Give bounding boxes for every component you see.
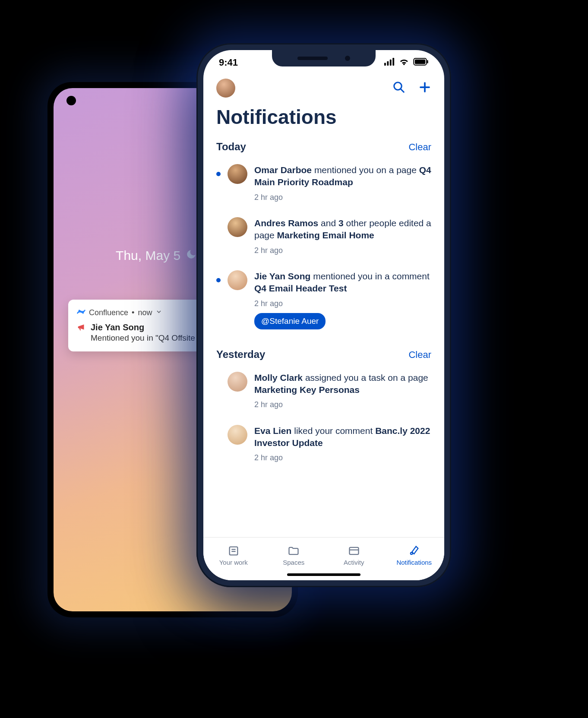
svg-rect-3 xyxy=(392,58,394,66)
plus-icon[interactable] xyxy=(418,81,431,95)
svg-rect-1 xyxy=(387,61,389,66)
tab-activity[interactable]: Activity xyxy=(324,538,384,573)
notification-time: 2 hr ago xyxy=(254,452,431,463)
notification-text: Jie Yan Song mentioned you in a comment … xyxy=(254,270,431,329)
count: 3 xyxy=(338,218,344,228)
megaphone-icon xyxy=(77,323,86,334)
notification-time: 2 hr ago xyxy=(254,399,431,410)
clear-button[interactable]: Clear xyxy=(408,142,431,153)
actor-name: Omar Darboe xyxy=(254,165,312,175)
section-label: Yesterday xyxy=(216,348,265,361)
mention-pill[interactable]: @Stefanie Auer xyxy=(254,313,326,329)
tab-your-work[interactable]: Your work xyxy=(203,538,264,573)
svg-rect-2 xyxy=(389,60,391,66)
target-name: Q4 Email Header Test xyxy=(254,283,347,293)
avatar xyxy=(228,164,247,184)
notification-item[interactable]: Jie Yan Song mentioned you in a comment … xyxy=(216,266,431,340)
home-indicator[interactable] xyxy=(287,573,360,576)
notification-item[interactable]: Andres Ramos and 3 other people edited a… xyxy=(216,213,431,266)
tab-spaces[interactable]: Spaces xyxy=(264,538,324,573)
notification-time: 2 hr ago xyxy=(254,298,431,309)
notif-mid: liked your comment xyxy=(291,426,375,436)
android-date: Thu, May 5 xyxy=(116,248,180,263)
notification-text: Eva Lien liked your comment Banc.ly 2022… xyxy=(254,425,431,463)
avatar xyxy=(228,270,247,290)
notification-item[interactable]: Molly Clark assigned you a task on a pag… xyxy=(216,367,431,421)
android-notif-when: now xyxy=(138,308,152,317)
app-header xyxy=(203,79,444,98)
cellular-icon xyxy=(384,57,395,68)
moon-icon xyxy=(186,248,197,263)
target-name: Marketing Key Personas xyxy=(254,385,360,395)
iphone-notch xyxy=(272,50,376,66)
search-icon[interactable] xyxy=(392,81,405,95)
notif-mid: assigned you a task on a page xyxy=(303,373,428,383)
target-name: Marketing Email Home xyxy=(277,230,374,240)
unread-dot xyxy=(216,172,221,176)
notification-time: 2 hr ago xyxy=(254,192,431,202)
notif-mid: and xyxy=(318,218,338,228)
svg-line-8 xyxy=(401,89,404,92)
section-label: Today xyxy=(216,141,246,153)
tab-notifications[interactable]: Notifications xyxy=(384,538,445,573)
actor-name: Molly Clark xyxy=(254,373,303,383)
svg-rect-5 xyxy=(415,60,425,64)
notification-text: Andres Ramos and 3 other people edited a… xyxy=(254,217,431,256)
notification-text: Molly Clark assigned you a task on a pag… xyxy=(254,372,431,410)
ios-time: 9:41 xyxy=(219,57,238,68)
battery-icon xyxy=(413,57,429,68)
notification-time: 2 hr ago xyxy=(254,245,431,256)
tab-label: Activity xyxy=(344,559,364,566)
section-header-yesterday: Yesterday Clear xyxy=(216,348,431,361)
section-header-today: Today Clear xyxy=(216,141,431,153)
notification-text: Omar Darboe mentioned you on a page Q4 M… xyxy=(254,164,431,202)
tab-label: Your work xyxy=(219,559,248,566)
svg-point-16 xyxy=(411,553,413,555)
notch-speaker xyxy=(297,57,328,60)
iphone-screen: 9:41 xyxy=(203,50,444,580)
android-camera-hole xyxy=(66,96,76,105)
avatar xyxy=(228,372,247,392)
svg-rect-14 xyxy=(349,547,358,554)
notif-mid: mentioned you in a comment xyxy=(310,271,429,281)
notification-item[interactable]: Omar Darboe mentioned you on a page Q4 M… xyxy=(216,160,431,213)
page-title: Notifications xyxy=(216,105,337,129)
clear-button[interactable]: Clear xyxy=(408,349,431,361)
actor-name: Eva Lien xyxy=(254,426,291,436)
actor-name: Andres Ramos xyxy=(254,218,318,228)
notch-camera xyxy=(345,56,350,61)
notif-mid: mentioned you on a page xyxy=(312,165,419,175)
iphone-frame: 9:41 xyxy=(196,43,451,587)
tab-label: Notifications xyxy=(396,559,432,566)
unread-dot xyxy=(216,278,221,282)
actor-name: Jie Yan Song xyxy=(254,271,310,281)
tab-label: Spaces xyxy=(283,559,304,566)
wifi-icon xyxy=(398,57,410,68)
svg-rect-6 xyxy=(427,60,428,63)
confluence-icon xyxy=(77,307,85,318)
android-notif-app: Confluence xyxy=(89,308,128,317)
notification-item[interactable]: Eva Lien liked your comment Banc.ly 2022… xyxy=(216,421,431,474)
bullet: • xyxy=(132,308,134,317)
profile-avatar[interactable] xyxy=(216,79,235,98)
avatar xyxy=(228,425,247,445)
avatar xyxy=(228,217,247,237)
chevron-down-icon[interactable] xyxy=(155,308,162,317)
svg-rect-0 xyxy=(384,63,386,66)
notifications-list[interactable]: Today Clear Omar Darboe mentioned you on… xyxy=(203,136,444,537)
